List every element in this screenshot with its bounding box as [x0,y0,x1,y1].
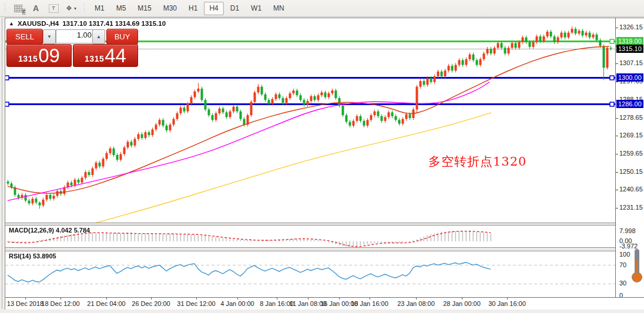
macd-axis-label: 7.998 [619,227,636,234]
price-axis-tick [616,136,618,136]
timeframe-button-MN[interactable]: MN [268,2,290,15]
price-axis-label: 1269.15 [619,132,643,139]
time-axis-label: 13 Dec 2018 [7,300,43,307]
price-axis-label: 1231.15 [619,204,643,211]
time-axis-label: 30 Jan 16:00 [488,300,526,307]
sell-button[interactable]: SELL [6,29,43,45]
timeframe-button-H4[interactable]: H4 [204,2,223,15]
price-axis-tick [616,63,618,64]
price-axis-label: 1240.65 [619,186,643,193]
macd-label: MACD(12,26,9) 4.042 5.784 [9,227,90,234]
rsi-axis-label: 100 [619,251,630,258]
dock-separator [2,18,2,309]
rsi-axis-label: 30 [619,280,626,287]
price-marker-1286.00: 1286.00 [616,100,643,108]
price-marker-1300.00: 1300.00 [616,73,643,82]
time-axis-tick [237,298,238,299]
time-axis-tick [61,298,61,299]
rsi-pane-canvas[interactable] [5,251,615,297]
time-axis[interactable]: 13 Dec 201818 Dec 12:0021 Dec 04:0026 De… [5,297,644,309]
buy-price-button[interactable]: 1315 44 [73,44,138,67]
template-grid-icon: F [14,5,23,12]
symbol-arrow-icon: ▲ [9,21,14,26]
time-axis-label: 23 Jan 08:00 [397,300,435,307]
toolbar-grip[interactable] [4,3,6,14]
time-axis-tick [308,298,308,299]
chart-annotation-text: 多空转折点1320 [428,153,526,170]
time-axis-tick [106,298,107,299]
price-axis-tick [616,208,618,208]
time-axis-tick [196,298,197,299]
time-axis-label: 21 Dec 04:00 [87,300,125,307]
price-axis-tick [616,190,618,190]
time-axis-tick [416,298,417,299]
rsi-axis-label: 70 [619,261,626,268]
price-axis-tick [616,118,618,119]
rsi-label: RSI(14) 53.8905 [9,253,56,260]
time-axis-label: 26 Dec 20:00 [132,300,170,307]
price-axis-label: 1250.15 [619,168,643,175]
sell-price-big: 09 [38,46,60,66]
thermometer-icon [631,248,643,285]
timeframe-toolbar: M1M5M15M30H1H4D1W1MN [89,2,290,15]
time-axis-label: 31 Dec 12:00 [177,300,215,307]
buy-price-big: 44 [105,46,126,66]
time-axis-label: 4 Jan 00:00 [220,300,254,307]
timeframe-button-M30[interactable]: M30 [158,2,182,15]
time-axis-tick [339,298,340,299]
chart-title: ▲ XAUUSD-,H4 1317.10 1317.41 1314.69 131… [9,20,166,27]
text-box-icon: T [49,4,59,13]
timeframe-button-M5[interactable]: M5 [111,2,132,15]
chart-ohlc: 1317.10 1317.41 1314.69 1315.10 [62,20,166,27]
time-axis-label: 18 Dec 12:00 [41,300,79,307]
window-bottom-margin [0,309,644,313]
price-axis-label: 1307.15 [619,59,643,66]
price-marker-1315.10: 1315.10 [616,45,643,53]
one-click-trading-panel: SELL ▼ 1.00 ▲ BUY 1315 09 1315 44 [6,29,137,43]
text-box-button[interactable]: T [45,1,62,15]
template-button[interactable]: F [10,1,26,15]
trade-controls-row: SELL ▼ 1.00 ▲ BUY [6,29,137,43]
volume-increase-button[interactable]: ▲ [92,29,105,44]
time-axis-tick [462,298,462,299]
time-axis-tick [277,298,277,299]
chart-symbol: XAUUSD-,H4 [18,20,59,27]
timeframe-button-W1[interactable]: W1 [246,2,267,15]
time-axis-label: 28 Jan 00:00 [443,300,481,307]
time-axis-tick [370,298,370,299]
buy-button[interactable]: BUY [106,29,138,45]
price-axis-tick [616,172,618,173]
toolbar: F A T ❖ ▾ M1M5M15M30H1H4D1W1MN [0,0,644,17]
volume-decrease-button[interactable]: ▼ [43,29,56,44]
toolbar-grip-2[interactable] [83,3,86,14]
buy-price-small: 1315 [85,54,104,63]
time-axis-label: 8 Jan 16:00 [260,300,294,307]
price-axis-label: 1326.15 [619,23,643,31]
chevron-down-icon: ▾ [74,6,76,11]
pane-divider-rsi[interactable] [5,247,644,251]
time-axis-tick [25,298,26,299]
macd-pane-canvas[interactable] [5,226,615,247]
price-axis-label: 1278.65 [619,114,643,121]
price-axis-tick [616,28,618,28]
price-axis-tick [616,154,618,154]
text-label-button[interactable]: A [28,1,44,15]
sell-price-button[interactable]: 1315 09 [6,44,72,67]
timeframe-button-M1[interactable]: M1 [89,2,110,15]
text-label-icon: A [33,4,39,13]
timeframe-button-M15[interactable]: M15 [132,2,156,15]
time-axis-tick [507,298,508,299]
price-axis-tick [616,82,618,82]
price-axis-label: 1259.65 [619,150,643,157]
volume-input[interactable]: 1.00 [56,29,95,43]
shapes-button[interactable]: ❖ ▾ [63,1,79,15]
time-axis-label: 18 Jan 16:00 [351,300,388,307]
time-axis-tick [151,298,152,299]
price-marker-1319.00: 1319.00 [616,37,643,45]
timeframe-button-H1[interactable]: H1 [183,2,203,15]
shapes-icon: ❖ [66,4,72,12]
chart-window: ▲ XAUUSD-,H4 1317.10 1317.41 1314.69 131… [5,18,644,310]
sell-price-small: 1315 [18,54,38,63]
timeframe-button-D1[interactable]: D1 [225,2,244,15]
